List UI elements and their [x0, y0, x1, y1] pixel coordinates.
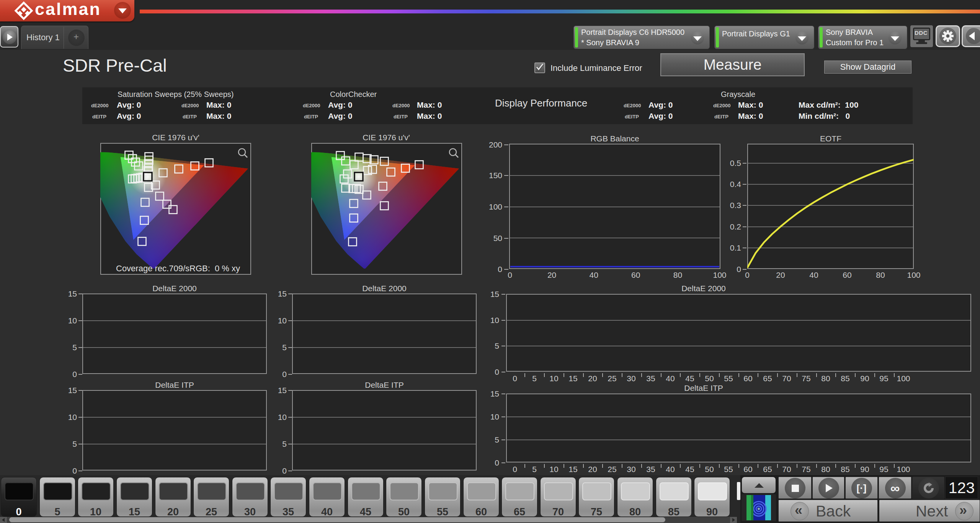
svg-text:Coverage rec.709/sRGB: 0 % xy: Coverage rec.709/sRGB: 0 % xy [116, 264, 240, 273]
